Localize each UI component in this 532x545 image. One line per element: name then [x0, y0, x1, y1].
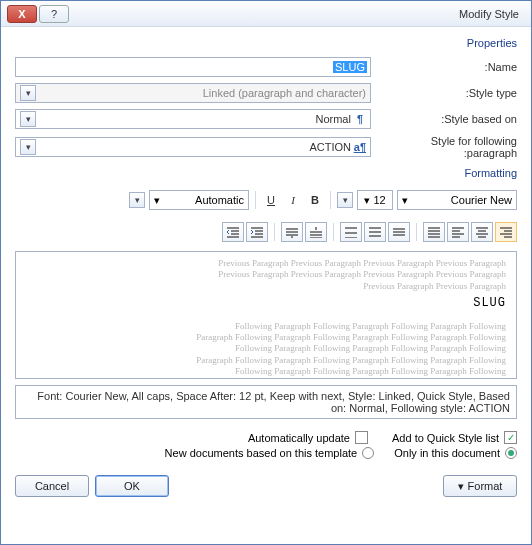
window-title: Modify Style	[69, 8, 527, 20]
only-this-doc-radio[interactable]	[505, 447, 517, 459]
space-before-dec-button[interactable]	[281, 222, 303, 242]
close-button[interactable]: X	[7, 5, 37, 23]
style-type-label: Style type:	[377, 87, 517, 99]
space-before-inc-button[interactable]	[305, 222, 327, 242]
paragraph-toolbar	[15, 219, 517, 245]
bold-button[interactable]: B	[306, 190, 324, 210]
style-description: Font: Courier New, All caps, Space After…	[15, 385, 517, 419]
new-docs-label: New documents based on this template	[165, 447, 358, 459]
help-button[interactable]: ?	[39, 5, 69, 23]
based-on-label: Style based on:	[377, 113, 517, 125]
font-color-select[interactable]: Automatic ▾	[149, 190, 249, 210]
title-bar: Modify Style ? X	[1, 1, 531, 27]
paragraph-icon: ¶	[354, 113, 366, 125]
formatting-heading: Formatting	[15, 165, 517, 181]
only-this-doc-label: Only in this document	[394, 447, 500, 459]
spacing-15-button[interactable]	[364, 222, 386, 242]
font-name-select[interactable]: Courier New ▾	[397, 190, 517, 210]
paragraph-icon: ¶a	[354, 141, 366, 153]
indent-decrease-button[interactable]	[222, 222, 244, 242]
following-label: Style for following paragraph:	[377, 135, 517, 159]
align-justify-button[interactable]	[423, 222, 445, 242]
font-size-select[interactable]: 12▾	[357, 190, 393, 210]
properties-heading: Properties	[15, 35, 517, 51]
chevron-down-icon[interactable]: ▾	[402, 194, 408, 207]
spacing-2-button[interactable]	[340, 222, 362, 242]
ok-button[interactable]: OK	[95, 475, 169, 497]
chevron-down-icon[interactable]: ▾	[20, 111, 36, 127]
indent-increase-button[interactable]	[246, 222, 268, 242]
name-input[interactable]: SLUG	[15, 57, 371, 77]
modify-style-dialog: Modify Style ? X Properties Name: SLUG S…	[0, 0, 532, 545]
add-quick-style-label: Add to Quick Style list	[392, 432, 499, 444]
preview-pane: Previous Paragraph Previous Paragraph Pr…	[15, 251, 517, 379]
align-right-button[interactable]	[495, 222, 517, 242]
new-docs-radio[interactable]	[362, 447, 374, 459]
preview-sample-text: SLUG	[26, 292, 506, 321]
format-button[interactable]: Format ▾	[443, 475, 517, 497]
color-arrow[interactable]: ▾	[129, 192, 145, 208]
font-toolbar: Courier New ▾ 12▾ ▾ B I U Automatic ▾ ▾	[15, 187, 517, 213]
italic-button[interactable]: I	[284, 190, 302, 210]
following-select[interactable]: ¶a ACTION ▾	[15, 137, 371, 157]
spacing-1-button[interactable]	[388, 222, 410, 242]
chevron-down-icon: ▾	[20, 85, 36, 101]
align-center-button[interactable]	[471, 222, 493, 242]
underline-button[interactable]: U	[262, 190, 280, 210]
chevron-down-icon[interactable]: ▾	[20, 139, 36, 155]
auto-update-checkbox[interactable]	[355, 431, 368, 444]
style-type-select: Linked (paragraph and character) ▾	[15, 83, 371, 103]
name-label: Name:	[377, 61, 517, 73]
chevron-down-icon: ▾	[154, 194, 160, 207]
font-size-arrow[interactable]: ▾	[337, 192, 353, 208]
chevron-down-icon: ▾	[458, 480, 464, 493]
auto-update-label: Automatically update	[248, 432, 350, 444]
chevron-down-icon: ▾	[364, 194, 370, 207]
add-quick-style-checkbox[interactable]: ✓	[504, 431, 517, 444]
based-on-select[interactable]: ¶ Normal ▾	[15, 109, 371, 129]
cancel-button[interactable]: Cancel	[15, 475, 89, 497]
align-left-button[interactable]	[447, 222, 469, 242]
